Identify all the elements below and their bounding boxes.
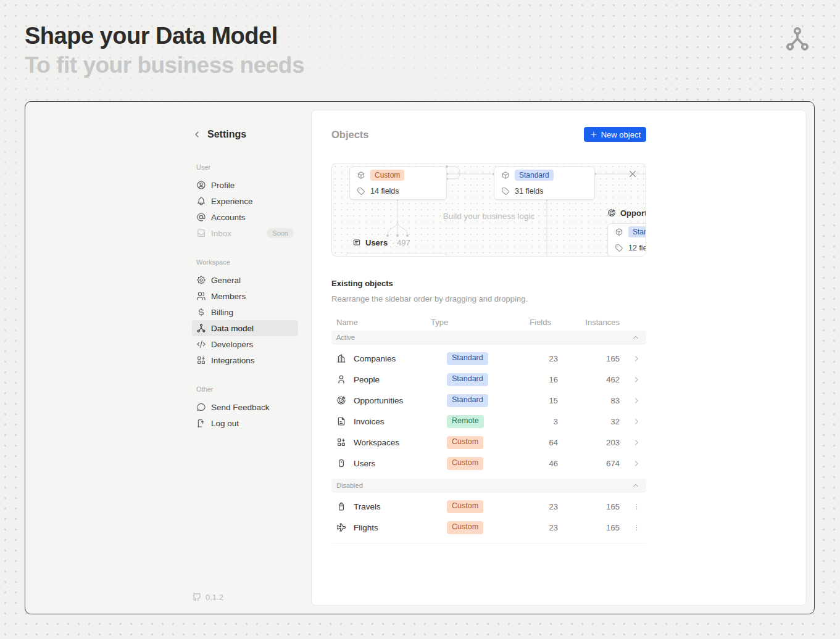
table-row-travels[interactable]: Travels Custom 23 165 bbox=[331, 496, 646, 517]
chevron-right-icon[interactable] bbox=[632, 459, 641, 468]
sidebar-item-developers[interactable]: Developers bbox=[192, 336, 298, 352]
panel-title: Objects bbox=[331, 129, 369, 141]
github-icon[interactable] bbox=[192, 592, 202, 602]
diagram-node-standard[interactable]: Standard 31 fields bbox=[494, 167, 595, 200]
building-icon bbox=[336, 353, 346, 363]
object-name: Travels bbox=[354, 502, 381, 511]
sidebar-item-experience[interactable]: Experience bbox=[192, 193, 298, 209]
version-number: 0.1.2 bbox=[206, 593, 223, 602]
page-header: Shape your Data Model To fit your busine… bbox=[25, 22, 304, 79]
chevron-up-icon[interactable] bbox=[631, 481, 640, 490]
sidebar-item-send-feedback[interactable]: Send Feedback bbox=[192, 399, 298, 415]
chevron-right-icon[interactable] bbox=[632, 396, 641, 405]
sidebar-item-label: Members bbox=[211, 292, 246, 301]
sidebar-item-label: Accounts bbox=[211, 213, 246, 222]
object-name: Opportunities bbox=[354, 396, 403, 405]
tag-icon bbox=[357, 187, 365, 196]
app-version: 0.1.2 bbox=[192, 592, 223, 602]
data-model-graph-icon bbox=[784, 25, 811, 53]
instances-count: 32 bbox=[558, 417, 620, 426]
soon-badge: Soon bbox=[267, 228, 294, 238]
fields-count: 15 bbox=[515, 396, 558, 405]
sidebar-item-data-model[interactable]: Data model bbox=[192, 320, 298, 336]
table-row-people[interactable]: People Standard 16 462 bbox=[331, 369, 646, 390]
sidebar-item-label: Integrations bbox=[211, 356, 255, 365]
diagram-node-users[interactable]: Users · 497 bbox=[346, 237, 447, 257]
bell-icon bbox=[196, 196, 206, 206]
table-row-companies[interactable]: Companies Standard 23 165 bbox=[331, 348, 646, 369]
fields-count: 23 bbox=[515, 523, 558, 532]
table-row-flights[interactable]: Flights Custom 23 165 bbox=[331, 517, 646, 538]
instances-count: 674 bbox=[558, 459, 620, 468]
objects-panel: Objects New object bbox=[311, 110, 807, 606]
object-name: Users bbox=[354, 459, 375, 468]
chevron-right-icon[interactable] bbox=[632, 375, 641, 384]
box-icon bbox=[615, 228, 623, 236]
object-name: Flights bbox=[354, 523, 378, 532]
page-subtitle: To fit your business needs bbox=[25, 52, 304, 79]
type-badge: Standard bbox=[447, 373, 488, 386]
plus-icon bbox=[589, 130, 598, 139]
apps-icon bbox=[336, 437, 346, 447]
sidebar-item-integrations[interactable]: Integrations bbox=[192, 352, 298, 368]
table-row-workspaces[interactable]: Workspaces Custom 64 203 bbox=[331, 432, 646, 453]
new-object-button[interactable]: New object bbox=[584, 127, 646, 142]
app-window: Settings User Profile Experience Account… bbox=[25, 101, 815, 614]
dots-vertical-icon[interactable] bbox=[632, 523, 641, 532]
object-name: Invoices bbox=[354, 417, 385, 426]
sidebar-item-general[interactable]: General bbox=[192, 272, 298, 288]
chevron-right-icon[interactable] bbox=[632, 438, 641, 447]
sidebar-item-billing[interactable]: Billing bbox=[192, 304, 298, 320]
instances-count: 83 bbox=[558, 396, 620, 405]
table-row-users[interactable]: Users Custom 46 674 bbox=[331, 453, 646, 474]
section-label-user: User bbox=[192, 162, 298, 172]
sidebar-item-label: General bbox=[211, 276, 241, 285]
at-sign-icon bbox=[196, 212, 206, 222]
fields-count: 23 bbox=[515, 502, 558, 511]
sidebar-item-accounts[interactable]: Accounts bbox=[192, 209, 298, 225]
type-badge: Custom bbox=[447, 521, 483, 534]
type-badge: Custom bbox=[447, 457, 483, 470]
instances-count: 165 bbox=[558, 523, 620, 532]
instances-count: 165 bbox=[558, 502, 620, 511]
column-fields: Fields bbox=[508, 318, 551, 327]
group-header-active[interactable]: Active bbox=[331, 331, 646, 344]
sidebar-item-label: Data model bbox=[211, 324, 254, 333]
sidebar-item-profile[interactable]: Profile bbox=[192, 177, 298, 193]
chevron-right-icon[interactable] bbox=[632, 417, 641, 426]
type-badge: Remote bbox=[447, 415, 484, 428]
chevron-right-icon[interactable] bbox=[632, 354, 641, 363]
file-icon bbox=[336, 416, 346, 426]
type-badge: Standard bbox=[515, 170, 554, 181]
sidebar-item-label: Send Feedback bbox=[211, 403, 270, 412]
dots-vertical-icon[interactable] bbox=[632, 502, 641, 511]
table-row-opportunities[interactable]: Opportunities Standard 15 83 bbox=[331, 390, 646, 411]
table-row-invoices[interactable]: Invoices Remote 3 32 bbox=[331, 411, 646, 432]
table-header: Name Type Fields Instances bbox=[331, 313, 646, 331]
hierarchy-icon bbox=[196, 323, 206, 333]
target-icon bbox=[336, 395, 346, 405]
chevron-up-icon[interactable] bbox=[631, 333, 640, 342]
chevron-left-icon bbox=[192, 130, 202, 139]
group-header-disabled[interactable]: Disabled bbox=[331, 479, 646, 492]
sidebar-item-log-out[interactable]: Log out bbox=[192, 415, 298, 431]
fields-count: 23 bbox=[515, 354, 558, 363]
type-badge: Standard bbox=[447, 352, 488, 365]
fields-count: 16 bbox=[515, 375, 558, 384]
diagram-node-custom[interactable]: Custom 14 fields bbox=[349, 167, 447, 200]
close-icon bbox=[627, 168, 638, 179]
luggage-icon bbox=[336, 501, 346, 511]
tag-icon bbox=[501, 187, 510, 196]
type-badge: Standard bbox=[447, 394, 488, 407]
type-badge: Custom bbox=[447, 500, 483, 513]
close-banner-button[interactable] bbox=[627, 168, 638, 179]
user-circle-icon bbox=[196, 180, 206, 190]
sidebar-item-label: Billing bbox=[211, 308, 233, 317]
user-icon bbox=[336, 374, 346, 384]
type-badge: Standard bbox=[628, 226, 646, 237]
settings-back-button[interactable]: Settings bbox=[192, 128, 298, 141]
sidebar-item-members[interactable]: Members bbox=[192, 288, 298, 304]
instances-count: 165 bbox=[558, 354, 620, 363]
sidebar-item-label: Experience bbox=[211, 197, 253, 206]
instances-count: 203 bbox=[558, 438, 620, 447]
